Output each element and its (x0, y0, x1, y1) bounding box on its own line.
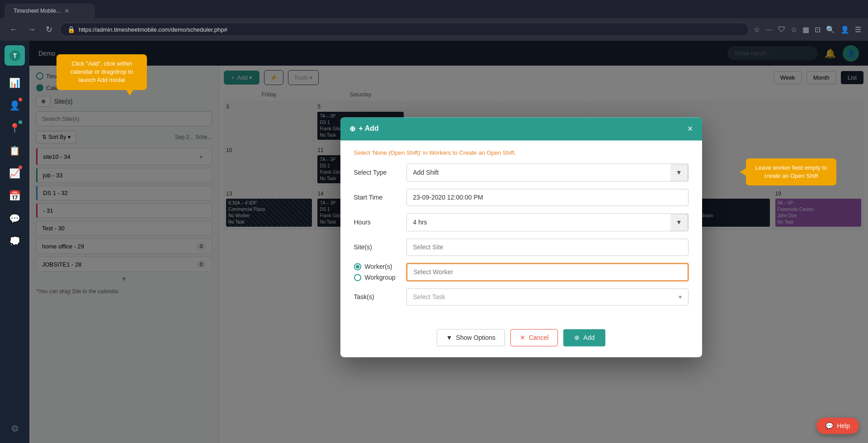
messages-icon: 💬 (9, 213, 20, 224)
sidebar-item-calendar[interactable]: 📅 (5, 186, 25, 206)
tab-title: Timesheet Mobile... (14, 8, 61, 14)
hours-group: 4 hrs ▼ (406, 213, 689, 231)
select-type-group: Add Shift ▼ (406, 163, 689, 181)
nav-refresh-button[interactable]: ↻ (43, 23, 55, 36)
modal-hint-text: Select 'None (Open Shift)' in Workers to… (354, 149, 689, 156)
sidebar: T 📊 👤 📍 📋 📈 📅 💬 💭 ⚙ (0, 41, 29, 443)
select-type-dropdown[interactable]: Add Shift (407, 164, 670, 181)
site-input[interactable] (406, 238, 689, 256)
sidebar-item-messages[interactable]: 💬 (5, 208, 25, 229)
add-submit-button[interactable]: ⊕ Add (563, 329, 605, 346)
help-button[interactable]: 💬 Help (816, 418, 859, 434)
hours-row: Hours 4 hrs ▼ (354, 213, 689, 231)
tasks-label: Task(s) (354, 293, 399, 300)
reading-mode-icon[interactable]: ⊡ (815, 25, 821, 34)
worker-radio-item[interactable]: Worker(s) (354, 263, 399, 270)
workers-icon: 👤 (9, 100, 20, 111)
analytics-icon: 📈 (9, 168, 20, 179)
chat-icon: 💭 (9, 236, 20, 247)
sites-form-label: Site(s) (354, 243, 399, 251)
select-type-arrow-btn[interactable]: ▼ (670, 164, 688, 181)
settings-icon: ⚙ (11, 423, 19, 434)
star-icon[interactable]: ☆ (791, 25, 797, 34)
dashboard-icon: 📊 (9, 77, 20, 88)
worker-radio-btn[interactable] (354, 263, 361, 270)
browser-actions: ☆ ⋯ 🛡 ☆ ▦ ⊡ 🔍 👤 ☰ (754, 25, 861, 34)
extensions-icon[interactable]: ⋯ (765, 25, 773, 34)
modal-body: Select 'None (Open Shift)' in Workers to… (340, 140, 702, 322)
hours-arrow-btn[interactable]: ▼ (670, 214, 688, 231)
sites-row: Site(s) (354, 238, 689, 256)
worker-label-group: Worker(s) Workgroup (354, 263, 399, 281)
modal-header: ⊕ + Add × (340, 117, 702, 140)
sidebar-bottom: ⚙ (5, 418, 25, 438)
show-options-icon: ▼ (446, 334, 453, 341)
nav-back-button[interactable]: ← (7, 23, 20, 36)
url-text: https://admin.timesheetmobile.com/demo/s… (79, 26, 741, 33)
url-bar[interactable]: 🔒 https://admin.timesheetmobile.com/demo… (60, 23, 749, 36)
start-time-label: Start Time (354, 194, 399, 201)
browser-tabs: Timesheet Mobile... ✕ (0, 0, 868, 18)
add-shift-modal: ⊕ + Add × Select 'None (Open Shift)' in … (340, 117, 702, 357)
sidebar-bookmarks-icon[interactable]: ▦ (802, 25, 809, 34)
cancel-button[interactable]: ✕ Cancel (510, 329, 558, 346)
app-layout: T 📊 👤 📍 📋 📈 📅 💬 💭 ⚙ (0, 41, 868, 443)
cancel-icon: ✕ (520, 334, 525, 341)
calendar-icon: 📅 (9, 190, 21, 202)
worker-label: Worker(s) (365, 263, 392, 270)
select-type-row: Select Type Add Shift ▼ (354, 163, 689, 181)
main-content: Demo 🔔 👤 Timeline Calendar (29, 41, 868, 443)
workgroup-radio-btn[interactable] (354, 274, 361, 281)
modal-title: ⊕ + Add (349, 124, 379, 133)
bookmark-icon[interactable]: ☆ (754, 25, 760, 34)
select-type-label: Select Type (354, 169, 399, 176)
start-time-input[interactable] (406, 189, 689, 206)
modal-footer: ▼ Show Options ✕ Cancel ⊕ Add (340, 322, 702, 357)
tab-close-button[interactable]: ✕ (64, 7, 70, 14)
browser-chrome: Timesheet Mobile... ✕ ← → ↻ 🔒 https://ad… (0, 0, 868, 41)
tasks-row: Task(s) Select Task ▾ (354, 288, 689, 305)
tasks-select-display[interactable]: Select Task ▾ (406, 288, 689, 305)
locations-icon: 📍 (9, 123, 20, 133)
sidebar-item-locations[interactable]: 📍 (5, 118, 25, 138)
sidebar-item-chat[interactable]: 💭 (5, 231, 25, 251)
browser-tab[interactable]: Timesheet Mobile... ✕ (5, 4, 95, 18)
show-options-label: Show Options (456, 334, 495, 341)
hours-label: Hours (354, 219, 399, 226)
start-time-row: Start Time (354, 189, 689, 206)
sidebar-item-reports[interactable]: 📋 (5, 140, 25, 161)
cancel-label: Cancel (529, 334, 549, 341)
reports-icon: 📋 (9, 145, 20, 156)
logo-icon: T (8, 49, 22, 62)
sidebar-item-analytics[interactable]: 📈 (5, 163, 25, 183)
zoom-icon[interactable]: 🔍 (826, 25, 835, 34)
tooltip-add-modal: Click "Add", click within calendar or dr… (57, 54, 147, 90)
app-logo: T (5, 45, 25, 66)
browser-nav: ← → ↻ 🔒 https://admin.timesheetmobile.co… (0, 18, 868, 41)
sidebar-item-workers[interactable]: 👤 (5, 95, 25, 115)
nav-forward-button[interactable]: → (25, 23, 38, 36)
add-icon: ⊕ (574, 334, 580, 341)
add-label: Add (583, 334, 594, 341)
account-icon[interactable]: 👤 (840, 25, 849, 34)
hours-dropdown[interactable]: 4 hrs (407, 214, 670, 231)
tooltip-open-shift: Leave worker field empty to create an Op… (746, 158, 836, 186)
sidebar-item-dashboard[interactable]: 📊 (5, 72, 25, 93)
modal-title-text: + Add (359, 124, 379, 133)
help-icon: 💬 (826, 422, 833, 429)
tasks-chevron-icon: ▾ (679, 293, 682, 300)
worker-row: Worker(s) Workgroup (354, 263, 689, 281)
tasks-select[interactable]: Select Task ▾ (406, 288, 689, 305)
workgroup-label: Workgroup (365, 274, 396, 281)
svg-text:T: T (13, 52, 17, 59)
modal-close-button[interactable]: × (688, 124, 693, 134)
workgroup-radio-item[interactable]: Workgroup (354, 274, 399, 281)
show-options-button[interactable]: ▼ Show Options (437, 329, 505, 346)
sidebar-item-settings[interactable]: ⚙ (5, 418, 25, 438)
shield-icon[interactable]: 🛡 (778, 25, 785, 33)
modal-plus-icon: ⊕ (349, 124, 355, 133)
help-label: Help (837, 422, 850, 429)
worker-input[interactable] (406, 263, 689, 281)
menu-icon[interactable]: ☰ (855, 25, 861, 34)
tasks-placeholder: Select Task (413, 293, 445, 300)
